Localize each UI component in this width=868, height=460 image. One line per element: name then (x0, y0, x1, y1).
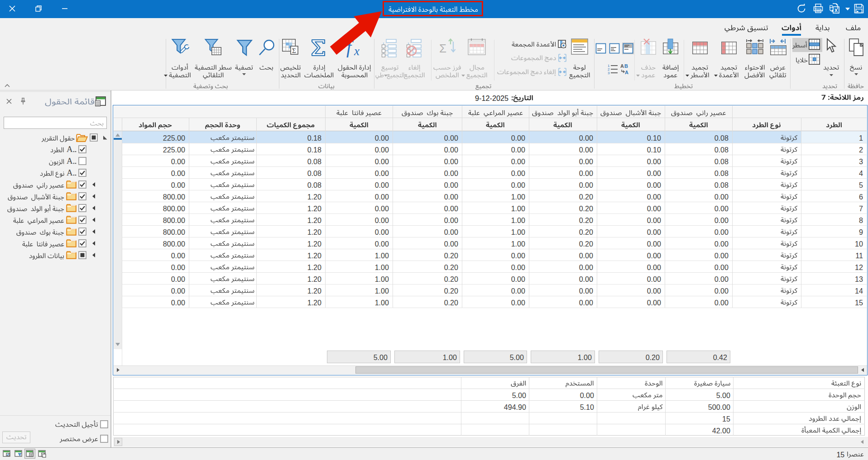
svg-text:A: A (67, 168, 73, 177)
svg-text:A: A (620, 63, 624, 69)
svg-text:3: 3 (608, 71, 610, 75)
svg-text:A: A (67, 145, 73, 154)
svg-text:Σ: Σ (292, 47, 296, 54)
svg-text:B: B (624, 63, 628, 69)
svg-text:Σ: Σ (439, 42, 446, 55)
svg-text:A: A (625, 70, 628, 75)
svg-text:X: X (834, 8, 838, 13)
svg-text:A: A (67, 156, 73, 166)
